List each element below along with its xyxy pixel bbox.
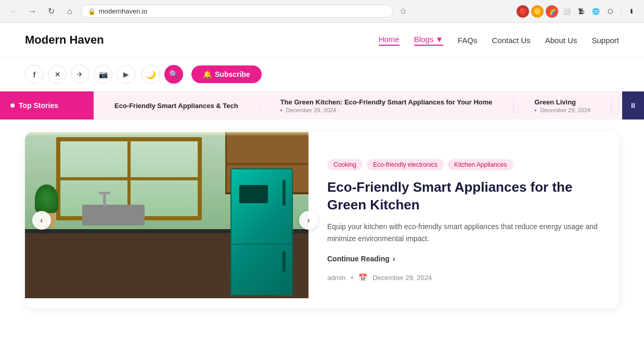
dark-mode-button[interactable]: 🌙	[141, 65, 160, 84]
nav-blogs[interactable]: Blogs ▼	[414, 35, 443, 46]
ticker-item-2: The Green Kitchen: Eco-Friendly Smart Ap…	[260, 98, 514, 113]
facebook-icon: f	[33, 70, 36, 79]
plant-leaves	[35, 184, 58, 213]
youtube-button[interactable]: ▶	[117, 65, 135, 84]
ext-icon-7[interactable]: ⬡	[604, 5, 616, 18]
download-icon[interactable]: ⬇	[625, 5, 638, 18]
browser-chrome: ← → ↻ ⌂ 🔒 ☆ 🔴 🟡 🌈 ⬜ 🗜 🌐 ⬡ ⬇	[0, 0, 644, 23]
tag-eco: Eco-friendly electronics	[367, 159, 444, 170]
fridge-screen	[239, 185, 268, 203]
ext-icon-1[interactable]: 🔴	[517, 5, 529, 18]
ticker-dot	[10, 103, 15, 108]
author-name: admin	[327, 274, 345, 282]
main-content: ‹ › Cooking Eco-friendly electronics Kit…	[0, 120, 644, 321]
browser-extensions: 🔴 🟡 🌈 ⬜ 🗜 🌐 ⬡ ⬇	[517, 5, 638, 18]
featured-card: ‹ › Cooking Eco-friendly electronics Kit…	[25, 132, 619, 309]
instagram-button[interactable]: 📷	[94, 65, 112, 84]
continue-reading-link[interactable]: Continue Reading ›	[327, 255, 600, 263]
tag-list: Cooking Eco-friendly electronics Kitchen…	[327, 159, 600, 170]
telegram-icon: ✈	[77, 70, 83, 78]
meta-separator: •	[351, 274, 353, 282]
separator	[621, 6, 621, 17]
moon-icon: 🌙	[146, 70, 156, 79]
lock-icon: 🔒	[88, 8, 96, 15]
site-header: Modern Haven Home Blogs ▼ FAQs Contact U…	[0, 23, 644, 58]
ext-icon-4[interactable]: ⬜	[560, 5, 573, 18]
tag-cooking: Cooking	[327, 159, 363, 170]
ticker-items: Eco-Friendly Smart Appliances & Tech The…	[94, 98, 612, 113]
article-date: December 29, 2024	[372, 274, 432, 282]
ext-icon-3[interactable]: 🌈	[546, 5, 558, 18]
fridge	[230, 168, 293, 296]
article-title: Eco-Friendly Smart Appliances for the Gr…	[327, 179, 600, 214]
nav-about[interactable]: About Us	[545, 36, 577, 45]
fridge-handle-top	[282, 180, 286, 206]
refresh-button[interactable]: ↻	[44, 4, 58, 19]
search-icon: 🔍	[169, 70, 179, 79]
nav-home[interactable]: Home	[379, 35, 400, 46]
site-logo[interactable]: Modern Haven	[25, 33, 104, 47]
top-stories-label: Top Stories	[0, 91, 94, 120]
pause-icon: ⏸	[629, 101, 637, 110]
youtube-icon: ▶	[123, 70, 129, 78]
nav-contact[interactable]: Contact Us	[492, 36, 531, 45]
social-bar: f ✕ ✈ 📷 ▶ 🌙 🔍 🔔 Subscribe	[0, 58, 644, 91]
instagram-icon: 📷	[99, 70, 108, 78]
ticker-content: Eco-Friendly Smart Appliances & Tech The…	[94, 91, 622, 120]
telegram-button[interactable]: ✈	[71, 65, 89, 84]
sink-basin	[82, 205, 145, 226]
arrow-right-icon: ›	[393, 255, 395, 263]
main-nav: Home Blogs ▼ FAQs Contact Us About Us Su…	[379, 35, 619, 46]
cabinet-shelf	[227, 163, 308, 165]
sink-area	[77, 205, 150, 231]
ext-icon-2[interactable]: 🟡	[531, 5, 544, 18]
search-button[interactable]: 🔍	[164, 65, 183, 84]
ticker-item-1: Eco-Friendly Smart Appliances & Tech	[94, 102, 260, 110]
subscribe-button[interactable]: 🔔 Subscribe	[191, 65, 262, 83]
fridge-handle-bottom	[282, 251, 286, 272]
ticker-pause-button[interactable]: ⏸	[622, 91, 644, 120]
address-bar: 🔒	[81, 5, 393, 18]
url-input[interactable]	[99, 7, 387, 15]
article-excerpt: Equip your kitchen with eco-friendly sma…	[327, 221, 600, 244]
nav-support[interactable]: Support	[591, 36, 619, 45]
twitter-icon: ✕	[55, 71, 60, 78]
featured-info: Cooking Eco-friendly electronics Kitchen…	[308, 132, 619, 309]
forward-button[interactable]: →	[25, 4, 40, 19]
calendar-icon: 📅	[358, 273, 367, 282]
facebook-button[interactable]: f	[25, 65, 44, 84]
page: Modern Haven Home Blogs ▼ FAQs Contact U…	[0, 23, 644, 358]
home-button[interactable]: ⌂	[62, 4, 77, 19]
card-prev-button[interactable]: ‹	[32, 211, 51, 230]
ticker-item-3: Green Living • December 29, 2024	[514, 98, 612, 113]
featured-image-wrap: ‹ ›	[25, 132, 308, 309]
chevron-down-icon: ▼	[435, 35, 443, 44]
top-stories-bar: Top Stories Eco-Friendly Smart Appliance…	[0, 91, 644, 120]
nav-faqs[interactable]: FAQs	[458, 36, 478, 45]
faucet	[103, 192, 106, 207]
bell-icon: 🔔	[203, 70, 212, 78]
back-button[interactable]: ←	[6, 4, 21, 19]
card-next-button[interactable]: ›	[299, 211, 318, 230]
kitchen-image	[25, 132, 308, 298]
bookmark-button[interactable]: ☆	[400, 6, 407, 16]
ext-icon-5[interactable]: 🗜	[575, 5, 587, 18]
tag-kitchen: Kitchen Appliances	[448, 159, 513, 170]
ext-icon-6[interactable]: 🌐	[589, 5, 602, 18]
lighting-bar	[25, 132, 308, 136]
fridge-top	[231, 169, 292, 245]
twitter-button[interactable]: ✕	[48, 65, 67, 84]
fridge-bottom	[231, 245, 292, 295]
article-meta: admin • 📅 December 29, 2024	[327, 273, 600, 282]
